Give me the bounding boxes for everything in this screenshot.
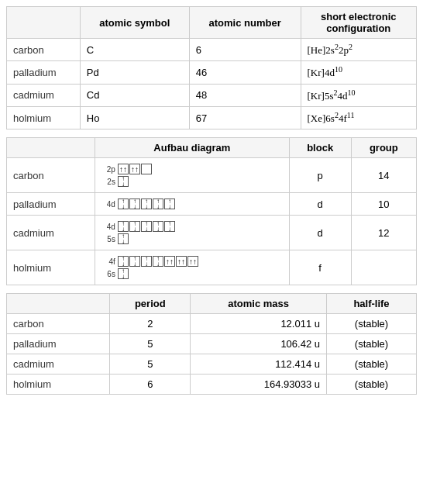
table-row: holmium 4f ↑↓ ↑↓ ↑↓ ↑↓ ↑ ↑ ↑ bbox=[7, 250, 417, 285]
config-palladium: [Kr]4d10 bbox=[301, 61, 416, 84]
col-header-config: short electronicconfiguration bbox=[301, 7, 416, 39]
number-palladium: 46 bbox=[189, 61, 301, 84]
aufbau-block-holmium: f bbox=[289, 250, 351, 285]
col-header-empty1 bbox=[7, 7, 81, 39]
table-row: carbon 2p ↑ ↑ 2s ↑↓ bbox=[7, 158, 417, 193]
prop-name-holmium: holmium bbox=[7, 375, 110, 395]
aufbau-col-empty bbox=[7, 138, 95, 158]
aufbau-name-holmium: holmium bbox=[7, 250, 95, 285]
aufbau-col-diagram: Aufbau diagram bbox=[95, 138, 289, 158]
prop-mass-carbon: 12.011 u bbox=[191, 314, 327, 334]
prop-period-cadmium: 5 bbox=[110, 354, 191, 375]
aufbau-group-palladium: 10 bbox=[351, 193, 416, 216]
table-row: holmium 6 164.93033 u (stable) bbox=[7, 375, 417, 395]
symbol-palladium: Pd bbox=[80, 61, 189, 84]
symbol-cadmium: Cd bbox=[80, 84, 189, 106]
symbol-carbon: C bbox=[80, 39, 189, 61]
config-carbon: [He]2s22p2 bbox=[301, 39, 416, 61]
aufbau-block-palladium: d bbox=[289, 193, 351, 216]
table-row: palladium 5 106.42 u (stable) bbox=[7, 334, 417, 354]
element-name-palladium: palladium bbox=[7, 61, 81, 84]
aufbau-group-cadmium: 12 bbox=[351, 216, 416, 250]
prop-mass-palladium: 106.42 u bbox=[191, 334, 327, 354]
col-header-number: atomic number bbox=[189, 7, 301, 39]
aufbau-group-holmium bbox=[351, 250, 416, 285]
table-row: holmium Ho 67 [Xe]6s24f11 bbox=[7, 106, 417, 129]
prop-mass-holmium: 164.93033 u bbox=[191, 375, 327, 395]
prop-period-holmium: 6 bbox=[110, 375, 191, 395]
prop-halflife-holmium: (stable) bbox=[326, 375, 416, 395]
aufbau-col-group: group bbox=[351, 138, 416, 158]
prop-name-carbon: carbon bbox=[7, 314, 110, 334]
aufbau-diagram-carbon: 2p ↑ ↑ 2s ↑↓ bbox=[95, 158, 289, 193]
aufbau-block-carbon: p bbox=[289, 158, 351, 193]
symbol-holmium: Ho bbox=[80, 106, 189, 129]
aufbau-name-cadmium: cadmium bbox=[7, 216, 95, 250]
aufbau-block-cadmium: d bbox=[289, 216, 351, 250]
number-cadmium: 48 bbox=[189, 84, 301, 106]
prop-period-carbon: 2 bbox=[110, 314, 191, 334]
table-row: palladium Pd 46 [Kr]4d10 bbox=[7, 61, 417, 84]
number-holmium: 67 bbox=[189, 106, 301, 129]
prop-col-halflife: half-life bbox=[326, 294, 416, 314]
prop-halflife-palladium: (stable) bbox=[326, 334, 416, 354]
electronic-config-table: atomic symbol atomic number short electr… bbox=[6, 6, 417, 129]
element-name-carbon: carbon bbox=[7, 39, 81, 61]
table-row: cadmium Cd 48 [Kr]5s24d10 bbox=[7, 84, 417, 106]
prop-name-cadmium: cadmium bbox=[7, 354, 110, 375]
prop-halflife-cadmium: (stable) bbox=[326, 354, 416, 375]
aufbau-diagram-holmium: 4f ↑↓ ↑↓ ↑↓ ↑↓ ↑ ↑ ↑ 6s bbox=[95, 250, 289, 285]
number-carbon: 6 bbox=[189, 39, 301, 61]
aufbau-group-carbon: 14 bbox=[351, 158, 416, 193]
properties-table: period atomic mass half-life carbon 2 12… bbox=[6, 293, 417, 395]
prop-col-empty bbox=[7, 294, 110, 314]
table-row: palladium 4d ↑↓ ↑↓ ↑↓ ↑↓ ↑↓ d 10 bbox=[7, 193, 417, 216]
aufbau-table: Aufbau diagram block group carbon 2p ↑ ↑ bbox=[6, 137, 417, 285]
table-row: cadmium 4d ↑↓ ↑↓ ↑↓ ↑↓ ↑↓ 5s bbox=[7, 216, 417, 250]
table-row: carbon 2 12.011 u (stable) bbox=[7, 314, 417, 334]
config-cadmium: [Kr]5s24d10 bbox=[301, 84, 416, 106]
prop-mass-cadmium: 112.414 u bbox=[191, 354, 327, 375]
aufbau-name-palladium: palladium bbox=[7, 193, 95, 216]
aufbau-name-carbon: carbon bbox=[7, 158, 95, 193]
prop-name-palladium: palladium bbox=[7, 334, 110, 354]
table-row: carbon C 6 [He]2s22p2 bbox=[7, 39, 417, 61]
prop-halflife-carbon: (stable) bbox=[326, 314, 416, 334]
element-name-cadmium: cadmium bbox=[7, 84, 81, 106]
aufbau-diagram-palladium: 4d ↑↓ ↑↓ ↑↓ ↑↓ ↑↓ bbox=[95, 193, 289, 216]
table-row: cadmium 5 112.414 u (stable) bbox=[7, 354, 417, 375]
aufbau-col-block: block bbox=[289, 138, 351, 158]
prop-col-mass: atomic mass bbox=[191, 294, 327, 314]
config-holmium: [Xe]6s24f11 bbox=[301, 106, 416, 129]
aufbau-diagram-cadmium: 4d ↑↓ ↑↓ ↑↓ ↑↓ ↑↓ 5s ↑↓ bbox=[95, 216, 289, 250]
prop-col-period: period bbox=[110, 294, 191, 314]
col-header-symbol: atomic symbol bbox=[80, 7, 189, 39]
element-name-holmium: holmium bbox=[7, 106, 81, 129]
prop-period-palladium: 5 bbox=[110, 334, 191, 354]
